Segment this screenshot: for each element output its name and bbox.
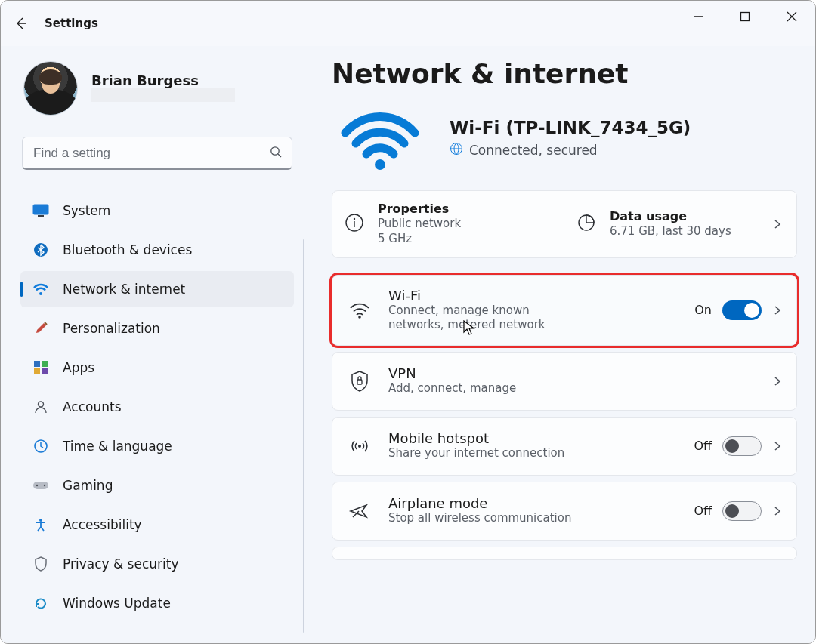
chevron-right-icon [772, 441, 783, 451]
wifi-icon [346, 300, 373, 320]
sidebar-item-label: Privacy & security [63, 556, 179, 572]
window-controls [675, 1, 815, 32]
svg-rect-7 [42, 361, 48, 367]
svg-point-21 [358, 316, 361, 319]
profile-block[interactable]: Brian Burgess [16, 54, 298, 131]
card-vpn[interactable]: VPN Add, connect, manage [332, 352, 797, 411]
wifi-large-icon [332, 104, 428, 172]
profile-name: Brian Burgess [91, 72, 235, 88]
update-icon [32, 595, 49, 612]
svg-point-1 [271, 146, 279, 154]
sidebar-nav: System Bluetooth & devices Network & int… [16, 190, 298, 624]
svg-rect-12 [33, 482, 48, 489]
card-airplane[interactable]: Airplane mode Stop all wireless communic… [332, 482, 797, 541]
sidebar-item-label: Windows Update [63, 596, 171, 611]
sidebar-item-label: Personalization [63, 321, 160, 336]
hotspot-sub: Share your internet connection [388, 446, 564, 461]
sidebar-item-gaming[interactable]: Gaming [20, 467, 294, 504]
svg-rect-2 [33, 205, 48, 214]
hotspot-toggle[interactable] [722, 436, 762, 456]
svg-point-15 [39, 519, 42, 522]
close-button[interactable] [768, 1, 815, 32]
svg-rect-3 [38, 215, 44, 217]
svg-rect-6 [34, 361, 40, 367]
sidebar-item-apps[interactable]: Apps [20, 350, 294, 386]
chevron-right-icon [772, 305, 783, 316]
person-icon [32, 399, 49, 415]
sidebar-item-label: Network & internet [63, 282, 185, 297]
bluetooth-icon [32, 242, 49, 258]
svg-rect-8 [34, 368, 40, 374]
sidebar-item-label: Time & language [63, 439, 172, 454]
svg-point-10 [39, 402, 44, 407]
page-title: Network & internet [332, 58, 797, 89]
info-icon [345, 213, 364, 236]
airplane-sub: Stop all wireless communication [388, 511, 571, 526]
profile-email [91, 88, 235, 102]
search-box[interactable] [22, 137, 292, 170]
sidebar-item-accounts[interactable]: Accounts [20, 389, 294, 425]
data-usage-sub: 6.71 GB, last 30 days [610, 223, 731, 239]
hotspot-toggle-label: Off [694, 439, 712, 453]
sidebar-item-label: Gaming [63, 478, 113, 493]
airplane-title: Airplane mode [388, 495, 571, 511]
vpn-title: VPN [388, 365, 516, 381]
back-button[interactable] [4, 6, 39, 41]
status-ssid: Wi-Fi (TP-LINK_7434_5G) [450, 118, 691, 137]
divider-scroll [303, 239, 304, 633]
sidebar-item-label: Accessibility [63, 517, 142, 532]
svg-point-16 [375, 159, 385, 170]
main-pane: Network & internet Wi-Fi (TP-LINK_7434_5… [303, 46, 815, 643]
sidebar-item-privacy[interactable]: Privacy & security [20, 546, 294, 582]
sidebar-item-bluetooth[interactable]: Bluetooth & devices [20, 232, 294, 268]
wifi-toggle-label: On [694, 303, 712, 317]
gamepad-icon [32, 477, 49, 494]
card-more[interactable] [332, 547, 797, 560]
data-usage-icon [576, 213, 596, 236]
card-hotspot[interactable]: Mobile hotspot Share your internet conne… [332, 417, 797, 476]
arrow-left-icon [14, 16, 29, 31]
minimize-button[interactable] [675, 1, 722, 32]
sidebar-item-updates[interactable]: Windows Update [20, 585, 294, 621]
avatar [23, 61, 78, 116]
chevron-right-icon [772, 376, 783, 387]
svg-point-23 [358, 445, 361, 448]
maximize-icon [740, 11, 750, 22]
properties-title: Properties [378, 202, 461, 216]
sidebar-item-system[interactable]: System [20, 193, 294, 229]
sidebar-item-label: Accounts [63, 399, 122, 414]
vpn-shield-icon [346, 370, 373, 393]
svg-point-5 [39, 292, 42, 295]
title-bar: Settings [1, 1, 815, 46]
apps-icon [32, 359, 49, 376]
sidebar-item-personalization[interactable]: Personalization [20, 310, 294, 347]
close-icon [787, 11, 797, 22]
data-usage-cell[interactable]: Data usage 6.71 GB, last 30 days [564, 191, 796, 257]
properties-cell[interactable]: Properties Public network 5 GHz [332, 191, 564, 257]
search-input[interactable] [32, 145, 263, 162]
globe-clock-icon [32, 438, 49, 454]
sidebar-item-label: Bluetooth & devices [63, 242, 192, 257]
sidebar-item-time-language[interactable]: Time & language [20, 428, 294, 464]
properties-sub2: 5 GHz [378, 231, 461, 246]
airplane-toggle-label: Off [694, 504, 712, 518]
hotspot-title: Mobile hotspot [388, 430, 564, 446]
globe-secure-icon [450, 142, 463, 159]
shield-icon [32, 556, 49, 572]
wifi-toggle[interactable] [722, 300, 762, 320]
sidebar-item-accessibility[interactable]: Accessibility [20, 507, 294, 543]
svg-rect-0 [741, 13, 750, 21]
accessibility-icon [32, 516, 49, 533]
sidebar-item-network[interactable]: Network & internet [20, 271, 294, 307]
vpn-sub: Add, connect, manage [388, 381, 516, 396]
airplane-toggle[interactable] [722, 501, 762, 521]
paintbrush-icon [32, 320, 49, 337]
sidebar-pane: Brian Burgess System Bluetooth & devices… [1, 46, 303, 643]
airplane-icon [346, 501, 373, 522]
svg-rect-9 [42, 368, 48, 374]
wifi-title: Wi-Fi [388, 288, 577, 304]
card-wifi[interactable]: Wi-Fi Connect, manage known networks, me… [332, 275, 797, 346]
wifi-icon [32, 281, 49, 297]
maximize-button[interactable] [722, 1, 768, 32]
svg-point-13 [36, 485, 38, 486]
